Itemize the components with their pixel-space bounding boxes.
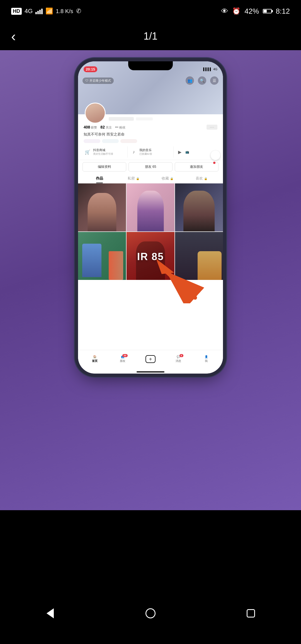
tab-likes-label: 喜欢: [196, 176, 203, 180]
action-buttons: 编辑资料 朋友 65 邀加朋友: [78, 160, 223, 174]
alarm-icon: ⏰: [232, 7, 241, 15]
network-label: 4G: [25, 8, 33, 15]
username-placeholder: [109, 117, 134, 121]
following-stat[interactable]: 82 关注: [100, 125, 112, 130]
profile-stats: 408 获赞 82 关注 ··· 粉丝 ·····: [78, 122, 223, 131]
followers-count: ···: [115, 125, 118, 129]
grid-item-4[interactable]: [78, 232, 126, 280]
music-text: 我的音乐 已收藏92首: [139, 148, 152, 156]
status-right: 👁 ⏰ 42% 8:12: [221, 7, 290, 16]
scroll-indicator: [211, 151, 220, 160]
follower-count-btn: ·····: [207, 125, 217, 130]
grid-item-1[interactable]: [78, 183, 126, 231]
messages-badge: 8: [179, 354, 183, 357]
phone-notch: [128, 61, 173, 70]
status-bar: HD 4G 📶 1.8 K/s ✆ 👁 ⏰ 42% 8:12: [0, 0, 301, 22]
music-icon: ♪: [130, 149, 137, 155]
phone-screen: 20:15 ▌▌▌▌ 4G 🛡 开启青少年模式 👥 🔍 ☰: [78, 61, 223, 374]
phone-frame: 20:15 ▌▌▌▌ 4G 🛡 开启青少年模式 👥 🔍 ☰: [78, 61, 223, 374]
add-friend-label: 邀加朋友: [190, 165, 203, 169]
shield-icon: 🛡: [85, 79, 88, 82]
battery-icon: [263, 9, 272, 13]
clock: 8:12: [276, 7, 290, 16]
plus-icon: +: [149, 356, 152, 362]
likes-lock-icon: 🔒: [204, 177, 207, 180]
people-icon[interactable]: 👥: [186, 76, 194, 85]
add-friend-button[interactable]: 邀加朋友: [175, 162, 219, 171]
grid-person-2: [137, 191, 164, 231]
shop-feature[interactable]: 🛒 抖音商城 美好生活触手可得: [81, 146, 128, 158]
friends-badge: 55: [122, 354, 128, 357]
call-icon: ✆: [76, 8, 81, 15]
ir-label: IR 85: [137, 251, 164, 263]
shop-sub: 美好生活触手可得: [93, 152, 113, 156]
home-indicator: [137, 371, 164, 372]
works-title: 📺: [185, 150, 189, 154]
phone-app-header: 🛡 开启青少年模式 👥 🔍 ☰: [78, 75, 223, 86]
search-icon[interactable]: 🔍: [198, 76, 206, 85]
add-friend-badge: [213, 162, 215, 164]
system-nav: [0, 605, 301, 622]
grid-item-3[interactable]: [175, 183, 223, 231]
phone-signal: ▌▌▌▌: [203, 67, 212, 71]
shop-title: 抖音商城: [93, 148, 113, 152]
friends-button[interactable]: 朋友 65: [128, 162, 172, 171]
eye-icon: 👁: [221, 7, 228, 16]
tab-collections-label: 收藏: [162, 176, 169, 180]
profile-tabs: 作品 私密 🔒 收藏 🔒 喜欢 🔒: [78, 174, 223, 183]
private-lock-icon: 🔒: [136, 177, 139, 180]
nav-plus[interactable]: +: [137, 355, 164, 363]
tag-2: [102, 139, 119, 143]
following-count: 82: [100, 125, 105, 129]
back-triangle-icon: [47, 608, 54, 618]
sys-home-button[interactable]: [142, 605, 159, 622]
followers-label: 粉丝: [119, 125, 125, 130]
edit-profile-button[interactable]: 编辑资料: [82, 162, 126, 171]
grid-figure-4: [82, 244, 101, 277]
following-label: 关注: [106, 125, 112, 130]
home-label: 首页: [92, 359, 98, 363]
works-text: 📺: [185, 150, 189, 154]
home-icon: 🏠: [93, 355, 96, 358]
hd-badge: HD: [11, 8, 22, 15]
youth-mode-button[interactable]: 🛡 开启青少年模式: [82, 78, 114, 84]
menu-icon[interactable]: ☰: [210, 76, 219, 85]
plus-button[interactable]: +: [145, 355, 156, 363]
battery-percent: 42%: [244, 7, 259, 16]
nav-home[interactable]: 🏠 首页: [81, 355, 109, 363]
user-avatar[interactable]: [85, 103, 106, 124]
tag-3: [120, 139, 137, 143]
data-speed: 1.8 K/s: [56, 8, 73, 14]
shop-icon: 🛒: [84, 149, 91, 155]
grid-person-1: [88, 193, 116, 231]
tab-collections[interactable]: 收藏 🔒: [151, 174, 185, 183]
bottom-section: [0, 510, 301, 644]
tab-likes[interactable]: 喜欢 🔒: [185, 174, 219, 183]
tab-private-label: 私密: [128, 176, 135, 180]
avatar-image: [86, 103, 105, 123]
sys-back-button[interactable]: [42, 605, 59, 622]
grid-item-6[interactable]: [175, 232, 223, 280]
music-feature[interactable]: ♪ 我的音乐 已收藏92首: [128, 146, 174, 158]
feature-row: 🛒 抖音商城 美好生活触手可得 ♪ 我的音乐 已收藏92首 ▶: [78, 144, 223, 160]
shop-text: 抖音商城 美好生活触手可得: [93, 148, 113, 156]
tab-works[interactable]: 作品: [82, 174, 116, 183]
followers-stat[interactable]: ··· 粉丝: [115, 125, 125, 130]
nav-friends[interactable]: 👥 朋友 55: [109, 355, 137, 363]
music-title: 我的音乐: [139, 148, 152, 152]
tab-private[interactable]: 私密 🔒: [116, 174, 151, 183]
me-icon: 👤: [205, 355, 208, 358]
signal-bars: [35, 8, 43, 14]
content-grid: [78, 183, 223, 280]
friends-label: 朋友: [120, 359, 125, 363]
header-icons: 👥 🔍 ☰: [186, 76, 219, 85]
grid-item-2[interactable]: [127, 183, 174, 231]
top-nav: ‹ 1/1: [0, 22, 301, 50]
grid-person-3: [183, 191, 215, 231]
back-button[interactable]: ‹: [11, 28, 16, 44]
collections-lock-icon: 🔒: [170, 177, 173, 180]
nav-me[interactable]: 👤 我: [192, 355, 220, 363]
grid-fire-6: [198, 251, 222, 280]
nav-messages[interactable]: 💬 消息 8: [164, 355, 192, 363]
sys-recent-button[interactable]: [242, 605, 259, 622]
